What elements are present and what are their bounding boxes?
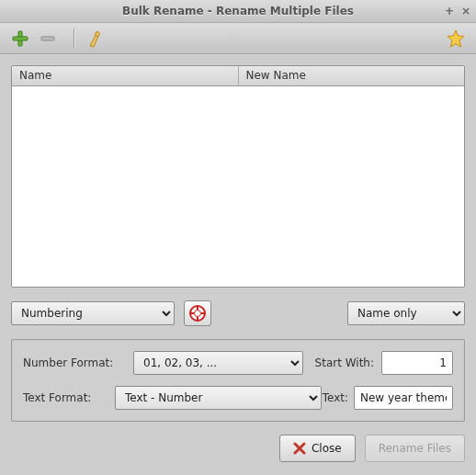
- start-with-input[interactable]: [381, 351, 453, 375]
- help-button[interactable]: [184, 300, 211, 326]
- window-title: Bulk Rename - Rename Multiple Files: [122, 5, 354, 17]
- mode-row: Numbering Name only: [11, 300, 465, 326]
- text-format-select[interactable]: Text - Number: [115, 386, 322, 410]
- remove-file-button[interactable]: [37, 28, 59, 50]
- toolbar-separator: [74, 28, 74, 49]
- rename-mode-select[interactable]: Numbering: [11, 301, 175, 325]
- svg-point-5: [195, 311, 201, 317]
- text-format-row: Text Format: Text - Number Text:: [23, 386, 453, 410]
- options-panel: Number Format: 01, 02, 03, ... Start Wit…: [11, 339, 465, 422]
- favorite-button[interactable]: [445, 28, 467, 50]
- text-format-label: Text Format:: [23, 391, 115, 404]
- text-input[interactable]: [354, 386, 453, 410]
- number-format-label: Number Format:: [23, 356, 133, 369]
- close-window-button[interactable]: ×: [461, 5, 470, 17]
- toolbar: [0, 23, 476, 54]
- button-bar: Close Rename Files: [11, 435, 465, 462]
- text-label: Text:: [323, 391, 348, 404]
- rename-files-button: Rename Files: [365, 435, 465, 462]
- add-file-button[interactable]: [9, 28, 31, 50]
- rename-scope-select[interactable]: Name only: [347, 301, 465, 325]
- close-button-label: Close: [312, 442, 342, 455]
- start-with-label: Start With:: [315, 356, 374, 369]
- svg-rect-2: [41, 37, 54, 40]
- number-format-select[interactable]: 01, 02, 03, ...: [133, 351, 303, 375]
- close-button[interactable]: Close: [279, 435, 356, 462]
- minimize-button[interactable]: +: [445, 5, 454, 17]
- clear-button[interactable]: [84, 28, 106, 50]
- svg-point-3: [96, 31, 99, 36]
- content: Name New Name Numbering Name only Number…: [0, 54, 476, 473]
- titlebar: Bulk Rename - Rename Multiple Files + ×: [0, 0, 476, 23]
- column-name[interactable]: Name: [12, 66, 239, 85]
- window-controls: + ×: [445, 5, 470, 17]
- rename-files-label: Rename Files: [379, 442, 451, 455]
- file-list-header: Name New Name: [12, 66, 464, 86]
- number-format-row: Number Format: 01, 02, 03, ... Start Wit…: [23, 351, 453, 375]
- close-icon: [293, 442, 306, 455]
- file-list-body[interactable]: [12, 86, 464, 287]
- column-newname[interactable]: New Name: [239, 66, 465, 85]
- svg-rect-1: [13, 37, 28, 40]
- file-list: Name New Name: [11, 65, 465, 288]
